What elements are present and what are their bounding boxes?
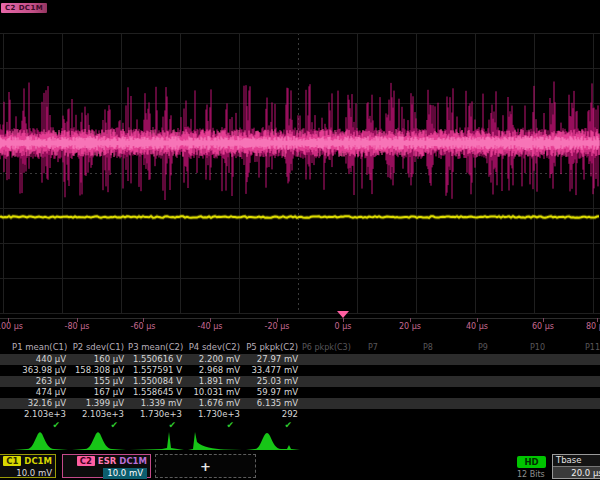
c2-coupling-label: DC1M [119, 456, 147, 467]
mean-cell: 158.308 µV [70, 365, 128, 376]
timebase-descriptor[interactable]: Tbase 20.0 µs [552, 454, 600, 479]
time-axis-label: -100 µs [0, 322, 23, 331]
descriptor-bar: C1 DC1M 10.0 mV C2 ESR DC1M 10.0 mV + HD… [0, 454, 600, 480]
max-cell: 474 µV [12, 387, 70, 398]
max-cell: 167 µV [70, 387, 128, 398]
histicon-spike-left-p4[interactable] [186, 429, 244, 452]
sdev-cell: 6.135 mV [244, 398, 302, 409]
param-header-p3[interactable]: P3 mean(C2) [128, 341, 186, 354]
time-axis-label: 40 µs [466, 322, 488, 331]
num-cell: 292 [244, 409, 302, 420]
param-header-inactive[interactable]: P6 pkpk(C3) [302, 341, 351, 354]
sdev-cell: 1.676 mV [186, 398, 244, 409]
c1-coupling-label: DC1M [24, 456, 52, 467]
measurement-table: P1 mean(C1)P2 sdev(C1)P3 mean(C2)P4 sdev… [0, 341, 600, 431]
mean-cell: 363.98 µV [12, 365, 70, 376]
mean-cell: 1.557591 V [128, 365, 186, 376]
channel-descriptor-c1[interactable]: C1 DC1M 10.0 mV [0, 454, 56, 478]
param-header-p4[interactable]: P4 sdev(C2) [186, 341, 244, 354]
time-axis-label: -20 µs [265, 322, 290, 331]
oscilloscope-screen: C2 DC1M -100 µs-80 µs-60 µs-40 µs-20 µs0… [0, 0, 600, 480]
max-cell: 1.558645 V [128, 387, 186, 398]
time-axis-label: -60 µs [131, 322, 156, 331]
min-cell: 1.550084 V [128, 376, 186, 387]
histicon-strip [0, 429, 600, 453]
mean-cell: 33.477 mV [244, 365, 302, 376]
num-cell: 1.730e+3 [128, 409, 186, 420]
timebase-title: Tbase [553, 455, 600, 467]
param-header-p5[interactable]: P5 pkpk(C2) [244, 341, 302, 354]
mean-cell: 2.968 mV [186, 365, 244, 376]
min-cell: 155 µV [70, 376, 128, 387]
param-header-inactive[interactable]: P10 [530, 341, 545, 354]
num-cell: 2.103e+3 [12, 409, 70, 420]
channel-descriptor-c2[interactable]: C2 ESR DC1M 10.0 mV [62, 454, 151, 478]
param-header-p2[interactable]: P2 sdev(C1) [70, 341, 128, 354]
time-axis-label: 80 µs [586, 322, 600, 331]
value-cell: 160 µV [70, 354, 128, 365]
hd-mode-badge[interactable]: HD [517, 456, 546, 468]
c1-waveform [0, 216, 599, 218]
sdev-cell: 32.16 µV [12, 398, 70, 409]
c1-scale-value: 10.0 mV [0, 467, 55, 479]
num-cell: 2.103e+3 [70, 409, 128, 420]
waveform-grid [0, 0, 600, 340]
histicon-bell-blip-p5[interactable] [244, 429, 302, 452]
c1-channel-chip: C1 [3, 456, 21, 466]
value-cell: 2.200 mV [186, 354, 244, 365]
c2-scale-value: 10.0 mV [103, 468, 147, 479]
num-cell: 1.730e+3 [186, 409, 244, 420]
time-axis-label: -80 µs [65, 322, 90, 331]
min-cell: 25.03 mV [244, 376, 302, 387]
param-header-inactive[interactable]: P7 [368, 341, 378, 354]
timebase-value: 20.0 µs [553, 467, 600, 479]
add-channel-button[interactable]: + [155, 454, 256, 478]
param-header-p1[interactable]: P1 mean(C1) [12, 341, 70, 354]
max-cell: 59.97 mV [244, 387, 302, 398]
param-header-inactive[interactable]: P8 [423, 341, 433, 354]
time-axis-label: 20 µs [399, 322, 421, 331]
value-cell: 440 µV [12, 354, 70, 365]
c2-channel-chip: C2 [77, 456, 95, 466]
max-cell: 10.031 mV [186, 387, 244, 398]
histicon-spike-right-p3[interactable] [128, 429, 186, 452]
min-cell: 263 µV [12, 376, 70, 387]
histicon-bell-p1[interactable] [12, 429, 70, 452]
time-axis-label: 60 µs [532, 322, 554, 331]
param-header-inactive[interactable]: P9 [478, 341, 488, 354]
sdev-cell: 1.399 µV [70, 398, 128, 409]
c2-alias-label: ESR [98, 456, 116, 467]
value-cell: 1.550616 V [128, 354, 186, 365]
param-header-inactive[interactable]: P11 [585, 341, 600, 354]
bit-resolution-label: 12 Bits [517, 470, 545, 479]
time-axis: -100 µs-80 µs-60 µs-40 µs-20 µs0 µs20 µs… [0, 318, 600, 336]
time-axis-label: 0 µs [335, 322, 352, 331]
histicon-bell-p2[interactable] [70, 429, 128, 452]
channel-annotation-badge: C2 DC1M [1, 3, 47, 13]
value-cell: 27.97 mV [244, 354, 302, 365]
trigger-position-marker[interactable] [337, 311, 349, 318]
min-cell: 1.891 mV [186, 376, 244, 387]
sdev-cell: 1.339 mV [128, 398, 186, 409]
time-axis-label: -40 µs [198, 322, 223, 331]
time-axis-line [0, 318, 600, 319]
